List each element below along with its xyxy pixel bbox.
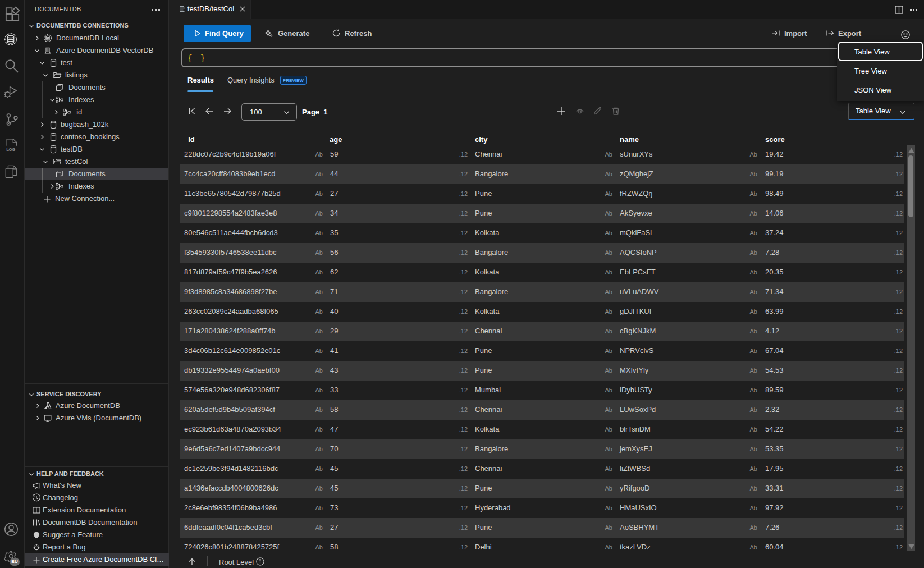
svg-text:LOG: LOG — [6, 147, 15, 152]
